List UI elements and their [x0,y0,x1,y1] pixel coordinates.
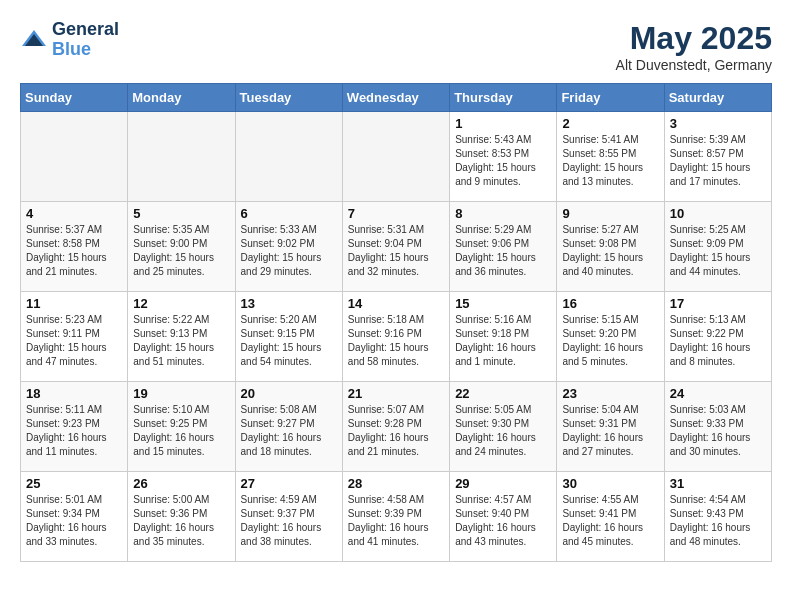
calendar-day-cell: 13Sunrise: 5:20 AMSunset: 9:15 PMDayligh… [235,292,342,382]
weekday-header-row: SundayMondayTuesdayWednesdayThursdayFrid… [21,84,772,112]
calendar-day-cell: 7Sunrise: 5:31 AMSunset: 9:04 PMDaylight… [342,202,449,292]
day-number: 11 [26,296,122,311]
calendar-day-cell: 6Sunrise: 5:33 AMSunset: 9:02 PMDaylight… [235,202,342,292]
calendar-day-cell [21,112,128,202]
weekday-header-wednesday: Wednesday [342,84,449,112]
day-info: Sunrise: 5:13 AMSunset: 9:22 PMDaylight:… [670,313,766,369]
day-info: Sunrise: 5:39 AMSunset: 8:57 PMDaylight:… [670,133,766,189]
calendar-table: SundayMondayTuesdayWednesdayThursdayFrid… [20,83,772,562]
calendar-day-cell: 17Sunrise: 5:13 AMSunset: 9:22 PMDayligh… [664,292,771,382]
calendar-day-cell: 16Sunrise: 5:15 AMSunset: 9:20 PMDayligh… [557,292,664,382]
day-info: Sunrise: 5:41 AMSunset: 8:55 PMDaylight:… [562,133,658,189]
day-info: Sunrise: 4:58 AMSunset: 9:39 PMDaylight:… [348,493,444,549]
day-number: 18 [26,386,122,401]
day-info: Sunrise: 5:16 AMSunset: 9:18 PMDaylight:… [455,313,551,369]
calendar-day-cell: 19Sunrise: 5:10 AMSunset: 9:25 PMDayligh… [128,382,235,472]
title-block: May 2025 Alt Duvenstedt, Germany [616,20,772,73]
day-number: 2 [562,116,658,131]
day-info: Sunrise: 4:57 AMSunset: 9:40 PMDaylight:… [455,493,551,549]
calendar-day-cell: 9Sunrise: 5:27 AMSunset: 9:08 PMDaylight… [557,202,664,292]
day-info: Sunrise: 5:37 AMSunset: 8:58 PMDaylight:… [26,223,122,279]
location: Alt Duvenstedt, Germany [616,57,772,73]
day-number: 12 [133,296,229,311]
day-number: 3 [670,116,766,131]
calendar-week-row: 4Sunrise: 5:37 AMSunset: 8:58 PMDaylight… [21,202,772,292]
calendar-day-cell [128,112,235,202]
day-number: 28 [348,476,444,491]
calendar-day-cell: 20Sunrise: 5:08 AMSunset: 9:27 PMDayligh… [235,382,342,472]
calendar-day-cell [342,112,449,202]
day-info: Sunrise: 5:11 AMSunset: 9:23 PMDaylight:… [26,403,122,459]
day-info: Sunrise: 5:20 AMSunset: 9:15 PMDaylight:… [241,313,337,369]
logo-text: General Blue [52,20,119,60]
day-info: Sunrise: 5:35 AMSunset: 9:00 PMDaylight:… [133,223,229,279]
weekday-header-tuesday: Tuesday [235,84,342,112]
calendar-day-cell: 29Sunrise: 4:57 AMSunset: 9:40 PMDayligh… [450,472,557,562]
calendar-day-cell: 5Sunrise: 5:35 AMSunset: 9:00 PMDaylight… [128,202,235,292]
calendar-week-row: 1Sunrise: 5:43 AMSunset: 8:53 PMDaylight… [21,112,772,202]
day-info: Sunrise: 5:00 AMSunset: 9:36 PMDaylight:… [133,493,229,549]
calendar-day-cell: 31Sunrise: 4:54 AMSunset: 9:43 PMDayligh… [664,472,771,562]
day-number: 17 [670,296,766,311]
calendar-day-cell: 28Sunrise: 4:58 AMSunset: 9:39 PMDayligh… [342,472,449,562]
day-info: Sunrise: 5:25 AMSunset: 9:09 PMDaylight:… [670,223,766,279]
day-number: 27 [241,476,337,491]
day-number: 24 [670,386,766,401]
day-number: 9 [562,206,658,221]
weekday-header-monday: Monday [128,84,235,112]
day-info: Sunrise: 5:15 AMSunset: 9:20 PMDaylight:… [562,313,658,369]
day-number: 8 [455,206,551,221]
day-number: 13 [241,296,337,311]
day-info: Sunrise: 4:59 AMSunset: 9:37 PMDaylight:… [241,493,337,549]
day-info: Sunrise: 5:07 AMSunset: 9:28 PMDaylight:… [348,403,444,459]
day-info: Sunrise: 5:33 AMSunset: 9:02 PMDaylight:… [241,223,337,279]
logo-icon [20,26,48,54]
day-number: 15 [455,296,551,311]
day-number: 16 [562,296,658,311]
day-info: Sunrise: 5:10 AMSunset: 9:25 PMDaylight:… [133,403,229,459]
day-info: Sunrise: 5:05 AMSunset: 9:30 PMDaylight:… [455,403,551,459]
day-number: 5 [133,206,229,221]
day-number: 30 [562,476,658,491]
calendar-day-cell: 1Sunrise: 5:43 AMSunset: 8:53 PMDaylight… [450,112,557,202]
day-number: 10 [670,206,766,221]
calendar-week-row: 25Sunrise: 5:01 AMSunset: 9:34 PMDayligh… [21,472,772,562]
day-info: Sunrise: 5:29 AMSunset: 9:06 PMDaylight:… [455,223,551,279]
day-number: 4 [26,206,122,221]
calendar-day-cell: 8Sunrise: 5:29 AMSunset: 9:06 PMDaylight… [450,202,557,292]
day-number: 19 [133,386,229,401]
weekday-header-friday: Friday [557,84,664,112]
day-info: Sunrise: 5:43 AMSunset: 8:53 PMDaylight:… [455,133,551,189]
logo: General Blue [20,20,119,60]
day-number: 1 [455,116,551,131]
weekday-header-sunday: Sunday [21,84,128,112]
day-number: 6 [241,206,337,221]
calendar-day-cell: 24Sunrise: 5:03 AMSunset: 9:33 PMDayligh… [664,382,771,472]
day-number: 21 [348,386,444,401]
day-number: 25 [26,476,122,491]
calendar-day-cell: 12Sunrise: 5:22 AMSunset: 9:13 PMDayligh… [128,292,235,382]
day-number: 7 [348,206,444,221]
day-number: 29 [455,476,551,491]
day-number: 23 [562,386,658,401]
day-number: 14 [348,296,444,311]
day-number: 31 [670,476,766,491]
day-number: 22 [455,386,551,401]
calendar-day-cell: 18Sunrise: 5:11 AMSunset: 9:23 PMDayligh… [21,382,128,472]
calendar-week-row: 11Sunrise: 5:23 AMSunset: 9:11 PMDayligh… [21,292,772,382]
calendar-day-cell: 23Sunrise: 5:04 AMSunset: 9:31 PMDayligh… [557,382,664,472]
calendar-day-cell: 4Sunrise: 5:37 AMSunset: 8:58 PMDaylight… [21,202,128,292]
day-info: Sunrise: 4:54 AMSunset: 9:43 PMDaylight:… [670,493,766,549]
day-info: Sunrise: 5:08 AMSunset: 9:27 PMDaylight:… [241,403,337,459]
calendar-day-cell: 22Sunrise: 5:05 AMSunset: 9:30 PMDayligh… [450,382,557,472]
day-info: Sunrise: 5:31 AMSunset: 9:04 PMDaylight:… [348,223,444,279]
day-number: 20 [241,386,337,401]
calendar-day-cell: 30Sunrise: 4:55 AMSunset: 9:41 PMDayligh… [557,472,664,562]
calendar-day-cell: 25Sunrise: 5:01 AMSunset: 9:34 PMDayligh… [21,472,128,562]
day-info: Sunrise: 5:01 AMSunset: 9:34 PMDaylight:… [26,493,122,549]
calendar-day-cell: 21Sunrise: 5:07 AMSunset: 9:28 PMDayligh… [342,382,449,472]
calendar-day-cell: 3Sunrise: 5:39 AMSunset: 8:57 PMDaylight… [664,112,771,202]
weekday-header-saturday: Saturday [664,84,771,112]
calendar-day-cell: 11Sunrise: 5:23 AMSunset: 9:11 PMDayligh… [21,292,128,382]
day-info: Sunrise: 5:23 AMSunset: 9:11 PMDaylight:… [26,313,122,369]
